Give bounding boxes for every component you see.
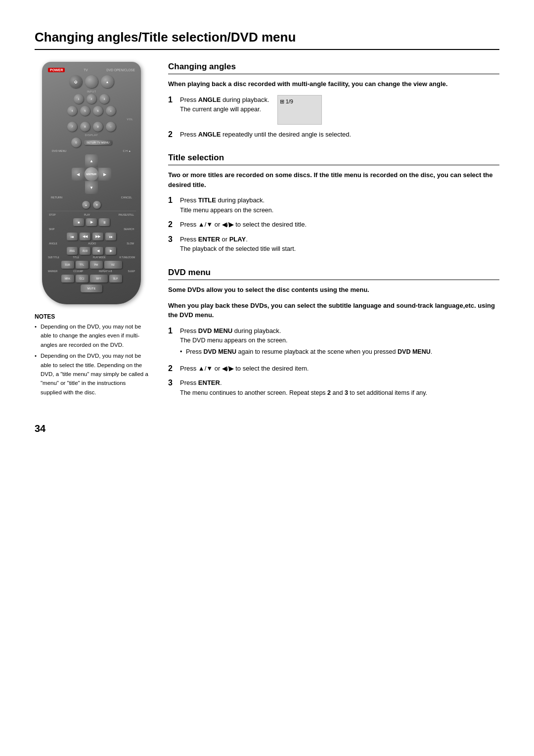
open-close-button[interactable]: ▲	[101, 75, 114, 88]
playmode-label: PLAY MODE	[93, 256, 106, 259]
rew-button[interactable]: ◀◀	[80, 233, 90, 240]
vol-plus-button[interactable]: +	[106, 106, 116, 116]
setup-tv-menu-button[interactable]: SETUP/ TV MENU	[84, 140, 112, 145]
input-label: INPUT	[47, 90, 136, 93]
title-button[interactable]: TTL	[76, 261, 89, 269]
repeat-ab-label: REPEAT A-B	[99, 270, 112, 273]
title-step-1: 1 Press TITLE during playback. Title men…	[168, 195, 499, 215]
skip-forward-button[interactable]: ⏭	[105, 233, 116, 240]
stop-label: STOP	[49, 213, 56, 216]
btn-2[interactable]: 2	[87, 94, 96, 104]
angle-button[interactable]: ANG	[67, 247, 78, 255]
subtitle-label: SUB TITLE	[48, 256, 59, 259]
nav-down-button[interactable]: ▼	[85, 181, 98, 194]
ffw-button[interactable]: ▶▶	[92, 233, 103, 240]
repeat-button[interactable]: RPT	[90, 275, 108, 283]
btn-0[interactable]: 0	[71, 138, 81, 147]
dvd-step-2: 2 Press ▲/▼ or ◀/▶ to select the desired…	[168, 364, 499, 374]
title-step-3: 3 Press ENTER or PLAY. The playback of t…	[168, 235, 499, 254]
note-item-2: Depending on the DVD, you may not be abl…	[35, 351, 148, 397]
title-selection-title: Title selection	[168, 153, 499, 165]
changing-angles-steps: 1 Press ANGLE during playback. The curre…	[168, 95, 499, 140]
dvd-menu-remote-label: DVD MENU	[52, 149, 66, 152]
dvd-open-label: DVD OPEN/CLOSE	[106, 68, 135, 72]
btn-6[interactable]: 6	[93, 106, 103, 116]
playmode-button[interactable]: PM	[90, 261, 103, 269]
page-title: Changing angles/Title selection/DVD menu	[35, 30, 499, 50]
notes-list: Depending on the DVD, you may not be abl…	[35, 322, 148, 397]
notes-section: NOTES Depending on the DVD, you may not …	[35, 313, 148, 397]
nav-up-button[interactable]: ▲	[85, 154, 98, 167]
subtitle-button[interactable]: SUB	[61, 261, 74, 269]
btn-4[interactable]: 4	[67, 106, 77, 116]
unknown-button-1[interactable]	[85, 75, 98, 88]
changing-angles-title: Changing angles	[168, 62, 499, 74]
vol-label: VOL	[127, 118, 133, 121]
page-number: 34	[35, 423, 499, 434]
return-label: RETURN	[51, 196, 62, 199]
dvd-step-1: 1 Press DVD MENU during playback. The DV…	[168, 326, 499, 359]
audio-button[interactable]: AUD	[80, 247, 90, 255]
cancel-label: CANCEL	[121, 196, 132, 199]
btn-1[interactable]: 1	[74, 94, 84, 104]
angle-step-1: 1 Press ANGLE during playback. The curre…	[168, 95, 499, 125]
step-1-content: Press ANGLE during playback. The current…	[180, 95, 499, 125]
nav-right-button[interactable]: ▶	[98, 168, 111, 181]
btn-8[interactable]: 8	[80, 122, 90, 132]
power-label: POWER	[48, 68, 65, 72]
sleep-label: SLEEP	[128, 270, 135, 273]
marker-button[interactable]: MRK	[61, 275, 74, 283]
sleep-button[interactable]: SLP	[109, 275, 122, 283]
ccjump-button[interactable]: CCJ	[76, 275, 89, 283]
audio-label: AUDIO	[88, 242, 96, 245]
skip-back-button[interactable]: ⏮	[67, 233, 78, 240]
title-step-2: 2 Press ▲/▼ or ◀/▶ to select the desired…	[168, 220, 499, 230]
dvd-menu-intro1: Some DVDs allow you to select the disc c…	[168, 285, 499, 295]
stop-button[interactable]: ■	[73, 218, 84, 226]
ch-up-button[interactable]: ▲	[82, 201, 90, 209]
slow-back-button[interactable]: ◀	[92, 247, 103, 255]
marker-label: MARKER	[48, 270, 57, 273]
skip-label: SKIP	[49, 228, 54, 231]
nav-left-button[interactable]: ◀	[72, 168, 85, 181]
step-1-text: Press ANGLE during playback. The current…	[180, 95, 269, 114]
changing-angles-section: Changing angles When playing back a disc…	[168, 62, 499, 139]
search-label: SEARCH	[124, 228, 134, 231]
vol-minus-button[interactable]: –	[106, 122, 116, 132]
dvd-menu-steps: 1 Press DVD MENU during playback. The DV…	[168, 326, 499, 398]
btn-9[interactable]: 9	[93, 122, 103, 132]
display-label: DISPLAY	[47, 134, 136, 137]
angle-step-2: 2 Press ANGLE repeatedly until the desir…	[168, 130, 499, 140]
changing-angles-intro: When playing back a disc recorded with m…	[168, 79, 499, 89]
step-num-1: 1	[168, 95, 176, 104]
btn-3[interactable]: 3	[99, 94, 109, 104]
title-selection-intro: Two or more titles are recorded on some …	[168, 170, 499, 189]
angle-label: ANGLE	[49, 242, 57, 245]
right-column: Changing angles When playing back a disc…	[168, 62, 499, 411]
pause-button[interactable]: ⏸	[99, 218, 110, 226]
step-2-content: Press ANGLE repeatedly until the desired…	[180, 130, 499, 140]
ccjump-label: CC/JUMP	[73, 270, 83, 273]
play-button[interactable]: ▶	[86, 218, 97, 226]
ch-label: C H ▲	[123, 149, 131, 152]
btn-5[interactable]: 5	[80, 106, 90, 116]
slow-label: SLOW	[127, 242, 134, 245]
angle-display: ⊞ 1/9	[277, 95, 322, 125]
power-button[interactable]: ⏻	[69, 75, 82, 88]
nav-cluster: ▲ ▼ ◀ ▶ ENTER	[72, 154, 111, 194]
rtune-button[interactable]: RZ	[104, 261, 122, 269]
step-num-2: 2	[168, 130, 176, 139]
remote-control: POWER TV DVD OPEN/CLOSE ⏻ ▲ INPUT 1 2 3 …	[42, 62, 141, 304]
dvd-menu-section: DVD menu Some DVDs allow you to select t…	[168, 268, 499, 397]
left-column: POWER TV DVD OPEN/CLOSE ⏻ ▲ INPUT 1 2 3 …	[35, 62, 148, 399]
enter-button[interactable]: ENTER	[85, 167, 98, 181]
title-label: TITLE	[73, 256, 79, 259]
dvd-step-1-bullet: Press DVD MENU again to resume playback …	[180, 347, 499, 357]
mute-button[interactable]: MUTE	[81, 284, 102, 292]
pause-label: PAUSE/STILL	[119, 213, 134, 216]
slow-fwd-button[interactable]: ▶	[105, 247, 116, 255]
btn-7[interactable]: 7	[67, 122, 77, 132]
ch-down-button[interactable]: ▼	[93, 201, 101, 209]
title-selection-section: Title selection Two or more titles are r…	[168, 153, 499, 254]
rtune-zoom-label: R.TUNE/ZOOM	[119, 256, 135, 259]
